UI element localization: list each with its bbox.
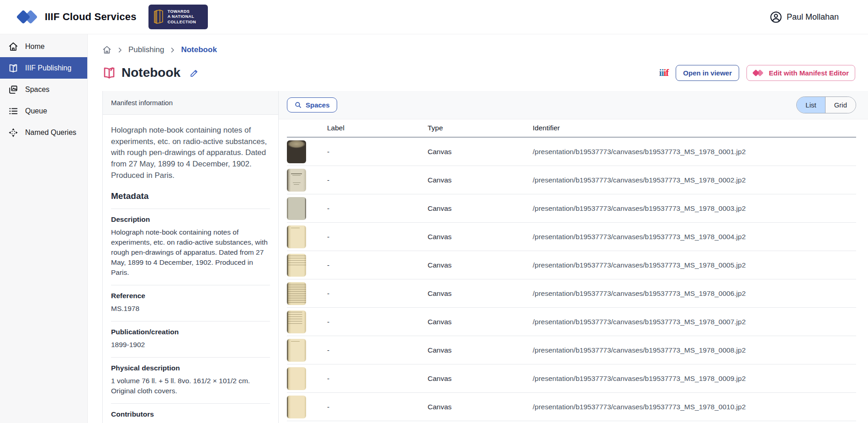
page-title-row: Notebook iiif Open in viewer Edit with M…: [102, 64, 868, 82]
column-label: Label: [327, 124, 428, 132]
sidebar-item-home[interactable]: Home: [0, 36, 87, 57]
metadata-field-physical-description: Physical description 1 volume 76 ll. + 5…: [111, 357, 270, 396]
canvas-type: Canvas: [428, 148, 533, 156]
canvas-identifier: /presentation/b19537773/canvases/b195377…: [533, 318, 856, 326]
table-row[interactable]: -Canvas/presentation/b19537773/canvases/…: [287, 166, 856, 194]
canvas-identifier: /presentation/b19537773/canvases/b195377…: [533, 148, 856, 156]
canvas-type: Canvas: [428, 204, 533, 213]
view-toggle: List Grid: [796, 96, 856, 113]
metadata-field-reference: Reference MS.1978: [111, 285, 270, 314]
canvas-type: Canvas: [428, 289, 533, 298]
canvas-type: Canvas: [428, 233, 533, 241]
canvas-label: -: [327, 204, 428, 213]
canvas-thumbnail[interactable]: [287, 367, 306, 390]
open-in-viewer-button[interactable]: Open in viewer: [676, 65, 739, 81]
home-icon: [8, 42, 18, 52]
canvas-label: -: [327, 261, 428, 269]
canvas-type: Canvas: [428, 403, 533, 411]
sidebar-item-label: Queue: [25, 107, 47, 115]
canvas-identifier: /presentation/b19537773/canvases/b195377…: [533, 204, 856, 213]
canvas-thumbnail[interactable]: [287, 339, 306, 362]
canvas-identifier: /presentation/b19537773/canvases/b195377…: [533, 346, 856, 354]
user-menu[interactable]: Paul Mollahan: [770, 11, 839, 23]
sidebar: Home IIIF Publishing Spaces Queue: [0, 34, 88, 423]
manifest-summary: Holograph note-book containing notes of …: [111, 125, 270, 181]
canvas-identifier: /presentation/b19537773/canvases/b195377…: [533, 289, 856, 298]
canvas-identifier: /presentation/b19537773/canvases/b195377…: [533, 233, 856, 241]
table-row[interactable]: -Canvas/presentation/b19537773/canvases/…: [287, 336, 856, 364]
table-row[interactable]: -Canvas/presentation/b19537773/canvases/…: [287, 138, 856, 166]
book-icon: [8, 63, 18, 73]
canvas-type: Canvas: [428, 346, 533, 354]
canvas-label: -: [327, 176, 428, 184]
table-row[interactable]: -Canvas/presentation/b19537773/canvases/…: [287, 364, 856, 393]
canvas-identifier: /presentation/b19537773/canvases/b195377…: [533, 403, 856, 411]
metadata-field-description: Description Holograph note-book containi…: [111, 209, 270, 278]
canvas-type: Canvas: [428, 261, 533, 269]
sidebar-item-label: Spaces: [25, 86, 49, 94]
canvas-label: -: [327, 375, 428, 383]
table-row[interactable]: -Canvas/presentation/b19537773/canvases/…: [287, 194, 856, 223]
canvas-table: Label Type Identifier -Canvas/presentati…: [279, 119, 868, 421]
manifest-panel-header: Manifest information: [103, 91, 278, 115]
breadcrumb-publishing[interactable]: Publishing: [128, 45, 164, 54]
table-row[interactable]: -Canvas/presentation/b19537773/canvases/…: [287, 393, 856, 421]
queue-icon: [8, 106, 18, 116]
table-header: Label Type Identifier: [287, 119, 856, 138]
edit-with-manifest-editor-button[interactable]: Edit with Manifest Editor: [746, 65, 855, 81]
table-row[interactable]: -Canvas/presentation/b19537773/canvases/…: [287, 279, 856, 308]
canvas-label: -: [327, 318, 428, 326]
canvas-thumbnail[interactable]: [287, 225, 306, 248]
named-queries-icon: [8, 128, 18, 138]
sidebar-item-label: IIIF Publishing: [25, 64, 71, 72]
canvas-type: Canvas: [428, 375, 533, 383]
canvas-label: -: [327, 403, 428, 411]
top-bar: IIIF Cloud Services TOWARDS A NATIONAL C…: [0, 0, 868, 34]
canvas-identifier: /presentation/b19537773/canvases/b195377…: [533, 375, 856, 383]
table-row[interactable]: -Canvas/presentation/b19537773/canvases/…: [287, 251, 856, 279]
metadata-heading: Metadata: [111, 191, 270, 201]
canvas-label: -: [327, 148, 428, 156]
view-toggle-list[interactable]: List: [797, 97, 825, 113]
manifest-information-panel: Manifest information Holograph note-book…: [102, 91, 279, 423]
canvas-toolbar: Spaces List Grid: [279, 91, 868, 119]
iiif-logo-icon[interactable]: iiif: [659, 67, 669, 79]
spaces-filter-button[interactable]: Spaces: [287, 97, 337, 112]
sidebar-item-spaces[interactable]: Spaces: [0, 79, 87, 100]
canvas-list-area: Spaces List Grid Label Type Identifier: [279, 91, 868, 423]
edit-title-pencil-icon[interactable]: [190, 68, 199, 78]
view-toggle-grid[interactable]: Grid: [825, 97, 856, 113]
sidebar-item-iiif-publishing[interactable]: IIIF Publishing: [0, 57, 87, 79]
brand-diamonds-icon: [17, 9, 38, 25]
breadcrumb-notebook[interactable]: Notebook: [181, 45, 217, 54]
canvas-thumbnail[interactable]: [287, 140, 306, 163]
user-icon: [770, 11, 782, 23]
canvas-thumbnail[interactable]: [287, 197, 306, 220]
metadata-field-contributors: Contributors Curie, Marie, 1867-1934.: [111, 403, 270, 423]
chevron-right-icon: [169, 47, 176, 54]
canvas-label: -: [327, 346, 428, 354]
canvas-thumbnail[interactable]: [287, 396, 306, 418]
page-title: Notebook: [122, 65, 180, 80]
table-row[interactable]: -Canvas/presentation/b19537773/canvases/…: [287, 223, 856, 251]
canvas-thumbnail[interactable]: [287, 282, 306, 305]
tnc-book-icon: [153, 9, 164, 25]
breadcrumb-home-icon[interactable]: [102, 45, 111, 54]
canvas-label: -: [327, 289, 428, 298]
chevron-right-icon: [116, 47, 123, 54]
manifest-panel-body: Holograph note-book containing notes of …: [103, 115, 278, 423]
canvas-thumbnail[interactable]: [287, 254, 306, 277]
canvas-table-body: -Canvas/presentation/b19537773/canvases/…: [287, 138, 856, 421]
table-row[interactable]: -Canvas/presentation/b19537773/canvases/…: [287, 308, 856, 336]
breadcrumb: Publishing Notebook: [102, 44, 868, 55]
canvas-thumbnail[interactable]: [287, 169, 306, 192]
sidebar-item-label: Named Queries: [25, 129, 76, 137]
brand-name: IIIF Cloud Services: [45, 11, 137, 23]
brand-logo[interactable]: IIIF Cloud Services: [17, 9, 137, 25]
metadata-field-publication-creation: Publication/creation 1899-1902: [111, 321, 270, 350]
sidebar-item-queue[interactable]: Queue: [0, 100, 87, 122]
column-identifier: Identifier: [533, 124, 856, 132]
user-name: Paul Mollahan: [787, 12, 839, 22]
sidebar-item-named-queries[interactable]: Named Queries: [0, 122, 87, 143]
canvas-thumbnail[interactable]: [287, 311, 306, 333]
